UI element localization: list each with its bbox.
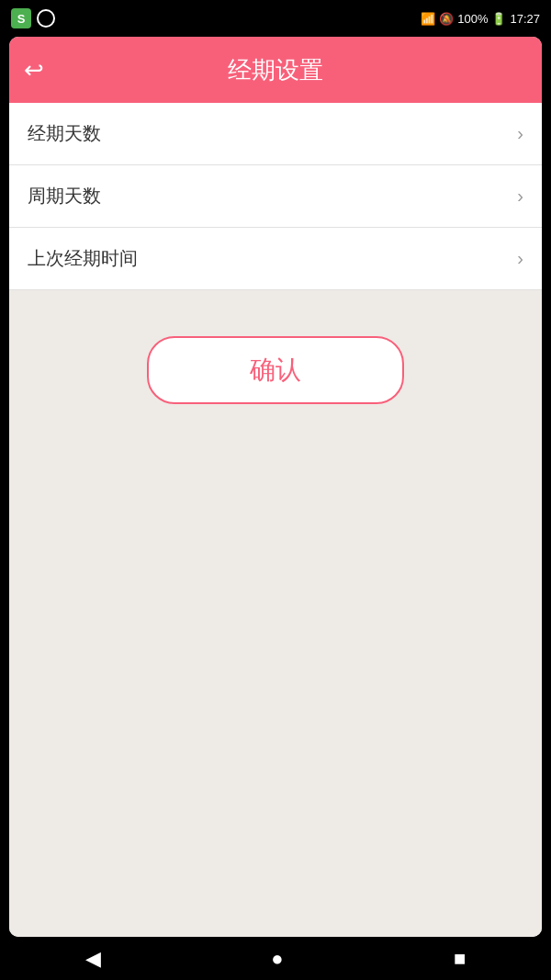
- status-left: S: [11, 8, 55, 28]
- back-nav-button[interactable]: ◀: [85, 947, 101, 971]
- period-days-chevron: ›: [517, 123, 523, 144]
- period-days-label: 经期天数: [28, 121, 101, 146]
- bottom-nav: ◀ ● ■: [0, 937, 551, 980]
- page-title: 经期设置: [228, 54, 323, 86]
- settings-list: 经期天数 › 周期天数 › 上次经期时间 ›: [9, 103, 542, 290]
- last-period-chevron: ›: [517, 248, 523, 269]
- last-period-item[interactable]: 上次经期时间 ›: [9, 228, 542, 290]
- home-nav-button[interactable]: ●: [271, 947, 283, 971]
- last-period-label: 上次经期时间: [28, 246, 138, 271]
- cycle-days-label: 周期天数: [28, 184, 101, 208]
- signal-icon: 📶: [421, 12, 435, 26]
- confirm-button[interactable]: 确认: [147, 336, 404, 404]
- header: ↩ 经期设置: [9, 37, 542, 103]
- content-area: 确认: [9, 290, 542, 937]
- status-right: 📶 🔕 100% 🔋 17:27: [421, 12, 540, 26]
- recent-nav-button[interactable]: ■: [454, 947, 466, 971]
- cycle-days-chevron: ›: [517, 186, 523, 207]
- cycle-days-item[interactable]: 周期天数 ›: [9, 165, 542, 228]
- s-app-icon: S: [11, 8, 31, 28]
- battery-percent: 100%: [457, 12, 488, 26]
- app-container: ↩ 经期设置 经期天数 › 周期天数 › 上次经期时间 › 确认: [9, 37, 542, 937]
- wifi-icon: 🔕: [439, 12, 454, 26]
- status-bar: S 📶 🔕 100% 🔋 17:27: [0, 0, 551, 37]
- back-button[interactable]: ↩: [24, 56, 44, 84]
- battery-icon: 🔋: [491, 12, 506, 26]
- clock: 17:27: [510, 12, 540, 26]
- circle-icon: [37, 9, 55, 28]
- period-days-item[interactable]: 经期天数 ›: [9, 103, 542, 165]
